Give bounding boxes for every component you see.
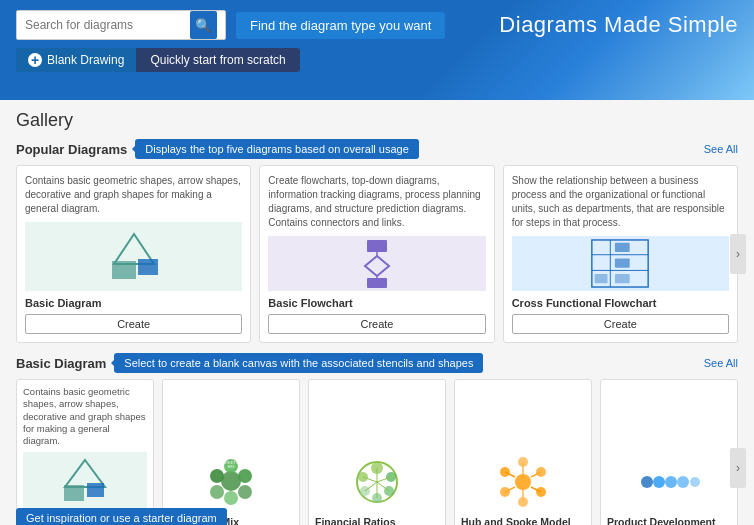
svg-rect-18: [87, 483, 104, 497]
svg-rect-1: [112, 261, 136, 279]
svg-rect-13: [615, 258, 630, 267]
hub-spoke-icon: [493, 454, 553, 509]
basic-section-tooltip: Select to create a blank canvas with the…: [114, 353, 483, 373]
flowchart-card-desc: Create flowcharts, top-down diagrams, in…: [268, 174, 485, 230]
svg-marker-16: [65, 460, 105, 487]
basic-small-visual-0: [23, 452, 147, 512]
svg-point-23: [224, 491, 238, 505]
popular-section-title: Popular Diagrams: [16, 142, 127, 157]
basic-small-icon-0: [58, 457, 113, 507]
flowchart-card-name: Basic Flowchart: [268, 297, 485, 309]
basic-small-card-3: Hub and Spoke Model 🔍 Create: [454, 379, 592, 525]
basic-next-arrow[interactable]: ›: [730, 448, 746, 488]
search-button[interactable]: 🔍: [190, 11, 217, 39]
cross-card-name: Cross Functional Flowchart: [512, 297, 729, 309]
basic-small-desc-4: [607, 386, 731, 448]
header-bottom: + Blank Drawing Quickly start from scrat…: [16, 48, 738, 72]
search-input[interactable]: [25, 18, 186, 32]
plus-icon: +: [28, 53, 42, 67]
header-top: 🔍 Find the diagram type you want Diagram…: [16, 10, 738, 40]
popular-card-basic: Contains basic geometric shapes, arrow s…: [16, 165, 251, 343]
basic-card-name: Basic Diagram: [25, 297, 242, 309]
basic-small-name-3: Hub and Spoke Model: [461, 516, 585, 525]
svg-rect-12: [615, 243, 630, 252]
basic-cards-row: Contains basic geometric shapes, arrow s…: [16, 379, 738, 525]
basic-small-desc-1: [169, 386, 293, 448]
product-dev-icon: [637, 454, 702, 509]
basic-see-all[interactable]: See All: [704, 357, 738, 369]
basic-small-visual-4: [607, 452, 731, 512]
svg-marker-4: [365, 256, 389, 276]
blank-drawing-label: Blank Drawing: [47, 53, 124, 67]
app-title: Diagrams Made Simple: [499, 12, 738, 38]
popular-next-arrow[interactable]: ›: [730, 234, 746, 274]
financial-ratios-icon: [347, 454, 407, 509]
popular-section-header: Popular Diagrams Displays the top five d…: [16, 139, 738, 159]
basic-small-name-4: Product Development: [607, 516, 731, 525]
basic-section-header: Basic Diagram Select to create a blank c…: [16, 353, 738, 373]
basic-diagram-icon: [104, 229, 164, 284]
svg-point-24: [210, 485, 224, 499]
svg-point-55: [653, 476, 665, 488]
basic-small-desc-0: Contains basic geometric shapes, arrow s…: [23, 386, 147, 448]
svg-point-19: [221, 471, 241, 491]
basic-small-card-2: Financial Ratios 🔍 Create: [308, 379, 446, 525]
svg-rect-15: [615, 274, 630, 283]
svg-point-58: [690, 477, 700, 487]
svg-point-22: [238, 485, 252, 499]
svg-rect-2: [138, 259, 158, 275]
basic-small-card-1: MARKETING MIX Marketing Mix 🔍 Create: [162, 379, 300, 525]
gallery-title: Gallery: [16, 110, 738, 131]
basic-small-visual-2: [315, 452, 439, 512]
quickly-start-button[interactable]: Quickly start from scratch: [136, 48, 299, 72]
cross-diagram-icon: [590, 236, 650, 291]
svg-point-54: [641, 476, 653, 488]
bottom-tooltip: Get inspiration or use a starter diagram: [16, 508, 227, 525]
svg-text:MIX: MIX: [227, 464, 234, 469]
gallery: Gallery Popular Diagrams Displays the to…: [0, 100, 754, 525]
cross-card-desc: Show the relationship between a business…: [512, 174, 729, 230]
svg-point-41: [515, 474, 531, 490]
marketing-mix-icon: MARKETING MIX: [201, 454, 261, 509]
basic-small-visual-1: MARKETING MIX: [169, 452, 293, 512]
popular-card-flowchart: Create flowcharts, top-down diagrams, in…: [259, 165, 494, 343]
basic-section-title: Basic Diagram: [16, 356, 106, 371]
search-box[interactable]: 🔍: [16, 10, 226, 40]
find-label: Find the diagram type you want: [236, 12, 445, 39]
svg-point-21: [238, 469, 252, 483]
blank-drawing-button[interactable]: + Blank Drawing: [16, 48, 136, 72]
svg-point-25: [210, 469, 224, 483]
flowchart-create-button[interactable]: Create: [268, 314, 485, 334]
basic-small-name-2: Financial Ratios: [315, 516, 439, 525]
flowchart-diagram-icon: [347, 236, 407, 291]
basic-small-desc-3: [461, 386, 585, 448]
popular-card-cross: Show the relationship between a business…: [503, 165, 738, 343]
popular-section: Popular Diagrams Displays the top five d…: [16, 139, 738, 343]
cross-card-visual: [512, 236, 729, 291]
svg-rect-14: [595, 274, 608, 283]
svg-rect-3: [367, 240, 387, 252]
basic-section: Basic Diagram Select to create a blank c…: [16, 353, 738, 525]
svg-rect-5: [367, 278, 387, 288]
header: 🔍 Find the diagram type you want Diagram…: [0, 0, 754, 100]
popular-see-all[interactable]: See All: [704, 143, 738, 155]
popular-cards-row: Contains basic geometric shapes, arrow s…: [16, 165, 738, 343]
basic-small-card-4: Product Development 🔍 Create: [600, 379, 738, 525]
basic-card-visual: [25, 222, 242, 291]
basic-small-visual-3: [461, 452, 585, 512]
flowchart-card-visual: [268, 236, 485, 291]
basic-small-card-0: Contains basic geometric shapes, arrow s…: [16, 379, 154, 525]
basic-create-button[interactable]: Create: [25, 314, 242, 334]
basic-card-desc: Contains basic geometric shapes, arrow s…: [25, 174, 242, 216]
basic-small-desc-2: [315, 386, 439, 448]
svg-point-57: [677, 476, 689, 488]
cross-create-button[interactable]: Create: [512, 314, 729, 334]
popular-tooltip: Displays the top five diagrams based on …: [135, 139, 419, 159]
svg-point-56: [665, 476, 677, 488]
svg-rect-17: [64, 485, 84, 501]
